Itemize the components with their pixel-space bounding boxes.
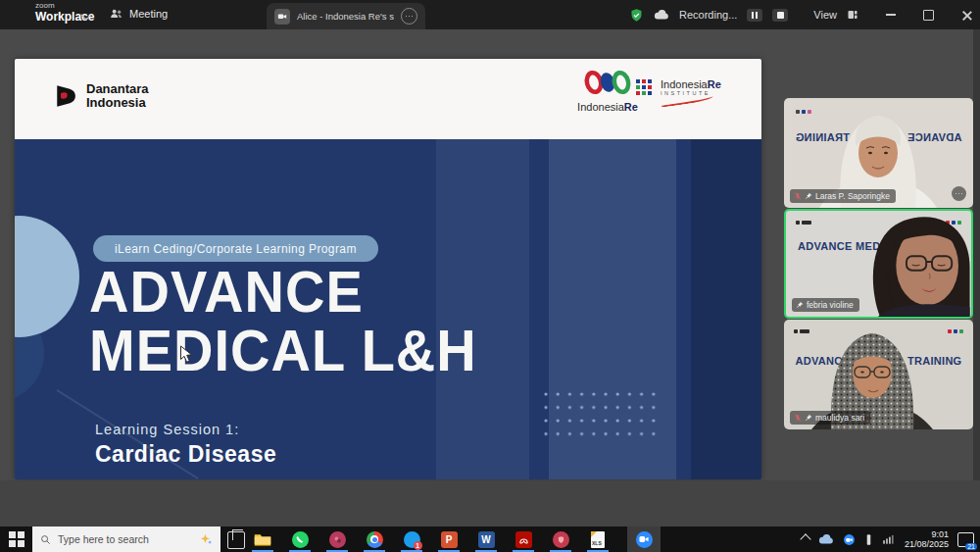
- security-shield-icon[interactable]: [629, 8, 644, 23]
- institute-suffix: Re: [708, 78, 721, 90]
- system-tray: 9:01 21/08/2025 21: [802, 527, 980, 552]
- mic-muted-icon: [794, 192, 802, 200]
- powerpoint-icon[interactable]: P: [439, 529, 459, 549]
- windows-taskbar: Type here to search 1 P W: [0, 527, 980, 552]
- xls-label: XLS: [592, 540, 602, 546]
- program-badge-label: iLearn Ceding/Corporate Learning Program: [115, 242, 357, 256]
- participant-name-tag: febria violine: [792, 298, 859, 312]
- search-placeholder: Type here to search: [58, 533, 192, 545]
- slide-title-line1: ADVANCE: [89, 263, 364, 321]
- copilot-sparkle-icon: [199, 532, 213, 546]
- participant-name: Laras P. Saporingke: [815, 191, 890, 201]
- danantara-logo-line1: Danantara: [86, 82, 149, 96]
- danantara-logo-line2: Indonesia: [86, 96, 149, 110]
- chrome-icon[interactable]: [365, 529, 384, 549]
- participant-tile-3[interactable]: ADVANCE MEDICAL TRAINING maulidya sari: [784, 320, 973, 429]
- participant-tile-1[interactable]: ADVANCE MEDICAL TRAINING Laras P. Sapori…: [784, 98, 973, 208]
- taskbar-search[interactable]: Type here to search: [32, 527, 220, 552]
- shared-presentation-slide: Danantara Indonesia IndonesiaRe: [15, 59, 761, 479]
- spotlight-pin-icon: [796, 301, 804, 309]
- notification-center-icon[interactable]: 21: [957, 532, 974, 547]
- clock-time: 9:01: [905, 529, 949, 540]
- close-button[interactable]: [961, 10, 972, 21]
- meeting-label: Meeting: [129, 8, 168, 20]
- network-icon[interactable]: [882, 533, 896, 545]
- onedrive-icon[interactable]: [818, 534, 834, 545]
- spreadsheet-file-icon[interactable]: XLS: [588, 529, 608, 549]
- clock-date: 21/08/2025: [905, 539, 949, 550]
- sidebar-edge: [973, 29, 980, 527]
- usb-device-icon[interactable]: [864, 533, 873, 546]
- view-layout-icon[interactable]: [847, 9, 858, 21]
- participant-tile-2-active-speaker[interactable]: ADVANCE MEDICAL T febria violine: [784, 209, 973, 319]
- slide-title-line2: MEDICAL L&H: [89, 322, 477, 379]
- participant-name-tag: maulidya sari: [790, 411, 870, 425]
- share-tab-label: Alice - Indonesia Re's screen: [297, 11, 394, 22]
- acrobat-icon[interactable]: [514, 529, 533, 549]
- session-label: Learning Session 1:: [95, 422, 239, 437]
- participant-name: febria violine: [807, 300, 854, 310]
- search-icon: [40, 534, 51, 545]
- meeting-toolbar: Audio Video 30 Participants 1 Chat Re: [0, 480, 980, 527]
- session-topic: Cardiac Disease: [95, 441, 276, 468]
- mic-muted-icon: [794, 414, 802, 422]
- spotlight-pin-icon: [805, 414, 812, 422]
- mouse-cursor: [179, 345, 194, 364]
- notification-count-badge: 21: [965, 543, 977, 550]
- indonesiare-name: Indonesia: [577, 101, 624, 113]
- indonesiare-institute-logo: IndonesiaRe INSTITUTE: [635, 78, 721, 104]
- teams-badge: 1: [414, 541, 422, 550]
- dot-grid-decoration: [544, 392, 663, 441]
- whatsapp-icon[interactable]: [290, 529, 310, 549]
- institute-name: Indonesia: [661, 78, 708, 90]
- slide-header: Danantara Indonesia IndonesiaRe: [15, 59, 761, 139]
- tab-shared-screen[interactable]: Alice - Indonesia Re's screen: [267, 3, 425, 29]
- indonesiare-rings-icon: [581, 69, 634, 96]
- teams-icon[interactable]: 1: [402, 529, 421, 549]
- meeting-icon: [110, 7, 123, 21]
- word-icon[interactable]: W: [476, 529, 496, 549]
- view-button-label[interactable]: View: [813, 9, 837, 21]
- danantara-logo-icon: [54, 83, 79, 109]
- danantara-logo: Danantara Indonesia: [54, 82, 149, 109]
- pause-recording-button[interactable]: [747, 9, 762, 22]
- taskbar-clock[interactable]: 9:01 21/08/2025: [905, 529, 949, 550]
- slide-body: iLearn Ceding/Corporate Learning Program…: [15, 139, 761, 479]
- tab-options-button[interactable]: [401, 8, 417, 25]
- task-view-icon[interactable]: [227, 531, 245, 549]
- decorative-circle-light: [15, 216, 79, 337]
- stop-recording-button[interactable]: [772, 9, 788, 22]
- background-panel: [436, 139, 529, 479]
- titlebar: zoom Workplace Meeting Alice - Indonesia…: [0, 0, 980, 29]
- institute-dots-icon: [635, 78, 655, 98]
- photos-app-icon[interactable]: [327, 529, 347, 549]
- maximize-button[interactable]: [923, 10, 934, 21]
- tab-meeting[interactable]: Meeting: [110, 7, 168, 21]
- cloud-recording-icon: [654, 10, 669, 21]
- zoom-meeting-window: zoom Workplace Meeting Alice - Indonesia…: [0, 0, 980, 552]
- start-button[interactable]: [9, 531, 24, 547]
- zoom-app-icon[interactable]: [634, 529, 654, 549]
- security-app-icon[interactable]: [551, 529, 570, 549]
- background-panel: [691, 139, 761, 479]
- tile-menu-button[interactable]: [952, 186, 966, 201]
- screen-share-icon: [274, 9, 290, 25]
- zoom-tray-icon[interactable]: [843, 533, 856, 546]
- minimize-button[interactable]: [886, 14, 896, 16]
- file-explorer-icon[interactable]: [253, 529, 272, 549]
- recording-status-label: Recording...: [679, 9, 737, 21]
- participant-name: maulidya sari: [815, 413, 864, 423]
- spotlight-pin-icon: [805, 192, 812, 200]
- participant-name-tag: Laras P. Saporingke: [790, 189, 896, 203]
- tray-chevron-up-icon[interactable]: [800, 533, 810, 544]
